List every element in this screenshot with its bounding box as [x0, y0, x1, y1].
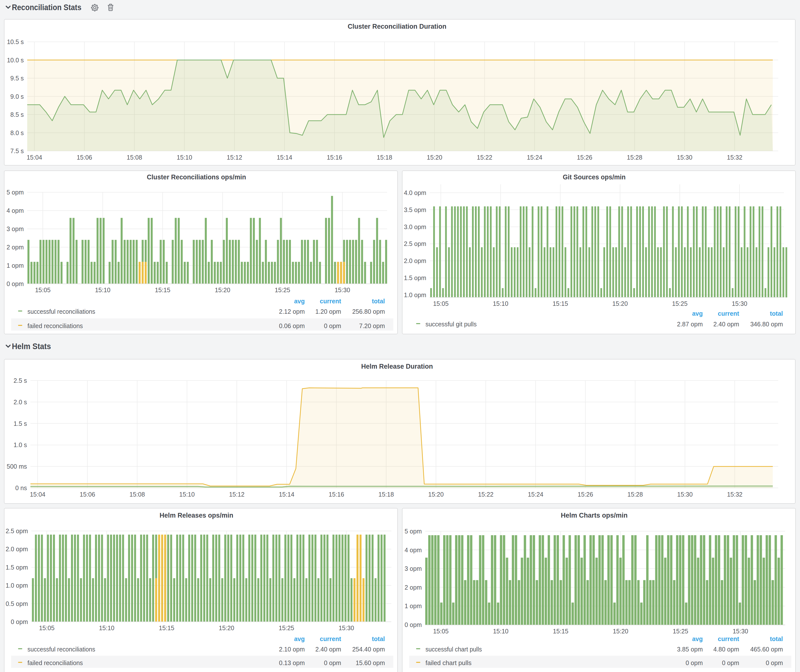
svg-text:1.20 opm: 1.20 opm — [315, 308, 341, 315]
svg-text:3 opm: 3 opm — [405, 565, 422, 572]
svg-text:15:20: 15:20 — [427, 154, 442, 161]
svg-text:15:05: 15:05 — [35, 286, 51, 293]
svg-text:10.0 s: 10.0 s — [7, 57, 24, 64]
svg-text:total: total — [770, 635, 783, 642]
svg-text:7.20 opm: 7.20 opm — [359, 322, 385, 329]
svg-text:Cluster Reconciliation Duratio: Cluster Reconciliation Duration — [348, 22, 446, 30]
svg-text:8.0 s: 8.0 s — [10, 130, 24, 136]
svg-text:15:30: 15:30 — [733, 628, 748, 635]
svg-text:15:15: 15:15 — [553, 628, 568, 635]
svg-text:256.80 opm: 256.80 opm — [352, 308, 385, 315]
svg-text:Helm Charts ops/min: Helm Charts ops/min — [561, 511, 627, 519]
svg-text:15:25: 15:25 — [279, 624, 294, 631]
svg-text:avg: avg — [692, 635, 703, 642]
svg-text:15:24: 15:24 — [528, 491, 544, 498]
svg-text:15:22: 15:22 — [478, 491, 493, 498]
svg-text:2.10 opm: 2.10 opm — [279, 646, 305, 653]
svg-text:2 opm: 2 opm — [405, 584, 422, 591]
svg-text:successful reconciliations: successful reconciliations — [27, 646, 95, 653]
svg-text:15:30: 15:30 — [335, 286, 350, 293]
svg-text:0 opm: 0 opm — [324, 322, 341, 329]
svg-text:15:25: 15:25 — [673, 628, 688, 635]
svg-text:15:06: 15:06 — [77, 154, 92, 161]
svg-text:9.0 s: 9.0 s — [10, 93, 24, 100]
svg-text:8.5 s: 8.5 s — [10, 111, 24, 118]
svg-text:15:25: 15:25 — [672, 300, 688, 307]
svg-text:465.60 opm: 465.60 opm — [750, 646, 783, 653]
svg-text:avg: avg — [692, 310, 703, 317]
svg-text:15:20: 15:20 — [613, 628, 628, 635]
svg-text:5 opm: 5 opm — [7, 189, 24, 196]
svg-text:3 opm: 3 opm — [7, 226, 24, 232]
svg-text:2.5 opm: 2.5 opm — [6, 528, 28, 534]
svg-text:successful reconciliations: successful reconciliations — [27, 308, 95, 315]
svg-text:15:18: 15:18 — [377, 154, 392, 161]
svg-text:15:04: 15:04 — [30, 491, 45, 498]
svg-text:0 opm: 0 opm — [7, 280, 24, 287]
svg-text:2.40 opm: 2.40 opm — [315, 646, 341, 653]
svg-text:15:12: 15:12 — [229, 491, 245, 498]
svg-text:0 opm: 0 opm — [405, 621, 422, 628]
svg-text:2.0 opm: 2.0 opm — [404, 257, 426, 264]
svg-text:Cluster Reconciliations ops/mi: Cluster Reconciliations ops/min — [147, 173, 246, 181]
svg-text:0 opm: 0 opm — [686, 659, 703, 666]
svg-text:total: total — [372, 298, 385, 305]
svg-text:500 ms: 500 ms — [7, 463, 27, 470]
svg-text:15:25: 15:25 — [275, 286, 290, 293]
svg-text:2.0 s: 2.0 s — [14, 398, 27, 406]
svg-text:15:30: 15:30 — [732, 300, 747, 307]
svg-text:1.5 opm: 1.5 opm — [6, 564, 28, 571]
svg-text:15:30: 15:30 — [677, 154, 693, 161]
svg-text:0 opm: 0 opm — [722, 659, 739, 666]
svg-text:1.5 s: 1.5 s — [14, 420, 27, 427]
svg-text:15:20: 15:20 — [219, 624, 234, 631]
svg-text:2.0 opm: 2.0 opm — [6, 546, 28, 552]
svg-text:15:20: 15:20 — [612, 300, 628, 307]
svg-text:2.40 opm: 2.40 opm — [714, 321, 739, 328]
svg-text:current: current — [320, 635, 341, 642]
svg-text:15:06: 15:06 — [80, 491, 95, 498]
svg-text:current: current — [718, 635, 739, 642]
svg-text:1 opm: 1 opm — [405, 602, 422, 610]
svg-text:1.0 opm: 1.0 opm — [404, 291, 426, 298]
svg-text:1.0 opm: 1.0 opm — [6, 582, 28, 589]
svg-text:9.5 s: 9.5 s — [10, 75, 24, 82]
svg-text:15:10: 15:10 — [95, 286, 110, 293]
svg-text:3.0 opm: 3.0 opm — [404, 223, 426, 230]
svg-text:15:05: 15:05 — [39, 624, 55, 631]
svg-text:15:32: 15:32 — [727, 491, 742, 498]
svg-text:Git Sources ops/min: Git Sources ops/min — [563, 173, 626, 181]
svg-text:4 opm: 4 opm — [405, 547, 422, 554]
svg-text:15:16: 15:16 — [327, 154, 342, 161]
svg-text:avg: avg — [294, 298, 305, 305]
svg-text:15:08: 15:08 — [130, 491, 145, 498]
svg-text:Helm Releases ops/min: Helm Releases ops/min — [160, 511, 233, 519]
svg-text:0.13 opm: 0.13 opm — [279, 659, 305, 666]
svg-text:15:04: 15:04 — [27, 154, 42, 161]
svg-text:15:16: 15:16 — [329, 491, 344, 498]
svg-text:10.5 s: 10.5 s — [7, 38, 24, 45]
svg-text:2.87 opm: 2.87 opm — [677, 321, 703, 328]
svg-text:15:10: 15:10 — [99, 624, 115, 631]
svg-text:15:10: 15:10 — [179, 491, 195, 498]
svg-text:Helm Stats: Helm Stats — [12, 342, 51, 351]
svg-text:4.0 opm: 4.0 opm — [404, 189, 426, 196]
svg-text:failed chart pulls: failed chart pulls — [426, 659, 472, 666]
svg-text:successful chart pulls: successful chart pulls — [426, 646, 482, 653]
svg-text:avg: avg — [294, 635, 305, 642]
svg-text:5 opm: 5 opm — [405, 528, 422, 535]
svg-text:15:14: 15:14 — [277, 154, 293, 161]
svg-text:4.80 opm: 4.80 opm — [714, 646, 739, 653]
svg-text:total: total — [372, 635, 385, 642]
svg-text:0 opm: 0 opm — [11, 618, 28, 625]
svg-text:15:30: 15:30 — [339, 624, 354, 631]
svg-text:15:24: 15:24 — [527, 154, 542, 161]
svg-text:2 opm: 2 opm — [7, 244, 24, 251]
svg-text:15:22: 15:22 — [477, 154, 493, 161]
svg-text:15:12: 15:12 — [227, 154, 242, 161]
svg-text:15:15: 15:15 — [155, 286, 170, 293]
svg-text:15:14: 15:14 — [279, 491, 294, 498]
svg-text:15:28: 15:28 — [627, 154, 642, 161]
svg-text:7.5 s: 7.5 s — [10, 147, 24, 154]
svg-text:15:28: 15:28 — [627, 491, 643, 498]
